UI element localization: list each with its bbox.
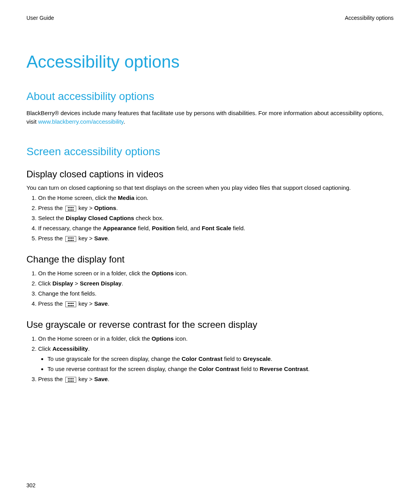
captions-steps: On the Home screen, click the Media icon… <box>26 193 394 243</box>
svg-point-17 <box>69 303 70 304</box>
font-heading: Change the display font <box>26 254 394 265</box>
menu-key-icon <box>65 206 76 212</box>
menu-key-icon <box>65 301 76 307</box>
svg-point-15 <box>72 240 74 241</box>
svg-point-7 <box>72 209 74 210</box>
list-item: Press the key > Options. <box>38 203 394 213</box>
captions-intro: You can turn on closed captioning so tha… <box>26 184 394 192</box>
list-item: To use grayscale for the screen display,… <box>47 354 394 364</box>
svg-point-16 <box>68 303 69 304</box>
page-number: 302 <box>26 482 35 488</box>
menu-key-icon <box>65 377 76 383</box>
svg-point-18 <box>68 305 69 306</box>
document-page: User Guide Accessibility options Accessi… <box>0 0 420 504</box>
screen-heading: Screen accessibility options <box>26 145 394 158</box>
page-title: Accessibility options <box>26 52 394 72</box>
svg-point-0 <box>68 207 69 208</box>
about-heading: About accessibility options <box>26 90 394 103</box>
menu-key-icon <box>65 236 76 242</box>
list-item: Press the key > Save. <box>38 299 394 308</box>
svg-point-30 <box>71 380 72 382</box>
svg-point-20 <box>71 303 72 304</box>
svg-point-13 <box>72 237 74 238</box>
list-item: Change the font fields. <box>38 289 394 298</box>
svg-point-3 <box>69 209 70 210</box>
svg-point-8 <box>68 237 69 238</box>
svg-point-27 <box>69 380 70 382</box>
svg-point-28 <box>71 378 72 379</box>
svg-point-14 <box>71 240 72 241</box>
list-item: Click Accessibility. To use grayscale fo… <box>38 344 394 374</box>
svg-point-24 <box>68 378 69 379</box>
svg-point-21 <box>72 303 74 304</box>
list-item: On the Home screen or in a folder, click… <box>38 269 394 278</box>
font-steps: On the Home screen or in a folder, click… <box>26 269 394 308</box>
svg-point-4 <box>71 207 72 208</box>
about-link[interactable]: www.blackberry.com/accessibility <box>38 118 124 125</box>
svg-point-2 <box>68 209 69 210</box>
svg-point-22 <box>71 305 72 306</box>
svg-point-5 <box>72 207 74 208</box>
svg-point-23 <box>72 305 74 306</box>
list-item: If necessary, change the Appearance fiel… <box>38 224 394 233</box>
svg-point-11 <box>69 240 70 241</box>
list-item: On the Home screen or in a folder, click… <box>38 334 394 343</box>
list-item: On the Home screen, click the Media icon… <box>38 193 394 203</box>
list-item: To use reverse contrast for the screen d… <box>47 364 394 374</box>
svg-point-25 <box>69 378 70 379</box>
svg-point-9 <box>69 237 70 238</box>
svg-point-31 <box>72 380 74 382</box>
svg-point-12 <box>71 237 72 238</box>
svg-point-26 <box>68 380 69 382</box>
svg-point-10 <box>68 240 69 241</box>
about-paragraph: BlackBerry® devices include many feature… <box>26 109 394 126</box>
list-item: Press the key > Save. <box>38 374 394 384</box>
svg-point-6 <box>71 209 72 210</box>
page-header: User Guide Accessibility options <box>26 15 394 21</box>
contrast-bullets: To use grayscale for the screen display,… <box>38 354 394 374</box>
svg-point-1 <box>69 207 70 208</box>
captions-heading: Display closed captions in videos <box>26 169 394 180</box>
header-right: Accessibility options <box>345 15 394 21</box>
svg-point-19 <box>69 305 70 306</box>
about-text-post: . <box>124 118 125 125</box>
contrast-heading: Use grayscale or reverse contrast for th… <box>26 319 394 330</box>
list-item: Select the Display Closed Captions check… <box>38 214 394 223</box>
list-item: Press the key > Save. <box>38 234 394 243</box>
header-left: User Guide <box>26 15 54 21</box>
list-item: Click Display > Screen Display. <box>38 279 394 288</box>
contrast-steps: On the Home screen or in a folder, click… <box>26 334 394 384</box>
svg-point-29 <box>72 378 74 379</box>
